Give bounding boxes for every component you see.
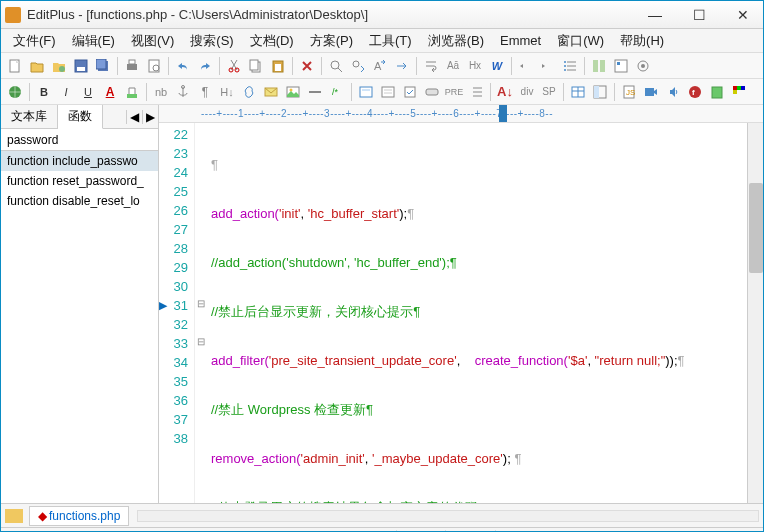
delete-icon[interactable]	[297, 56, 317, 76]
outdent-icon[interactable]	[538, 56, 558, 76]
list2-icon[interactable]	[466, 82, 486, 102]
underline-icon[interactable]: U	[78, 82, 98, 102]
svg-rect-13	[250, 60, 258, 70]
link-icon[interactable]	[239, 82, 259, 102]
char-case-icon[interactable]: Aā	[443, 56, 463, 76]
config-icon[interactable]	[611, 56, 631, 76]
tab-cliptext[interactable]: 文本库	[1, 105, 58, 128]
svg-rect-37	[382, 87, 394, 97]
italic-icon[interactable]: I	[56, 82, 76, 102]
open-icon[interactable]	[27, 56, 47, 76]
tab-nav-right[interactable]: ▶	[142, 110, 158, 124]
div-icon[interactable]: div	[517, 82, 537, 102]
bold-icon[interactable]: B	[34, 82, 54, 102]
function-item[interactable]: function reset_password_	[1, 171, 158, 191]
menu-window[interactable]: 窗口(W)	[549, 30, 612, 52]
new-file-icon[interactable]	[5, 56, 25, 76]
hr-icon[interactable]	[305, 82, 325, 102]
current-line-arrow: ▶	[159, 299, 167, 312]
svg-rect-38	[405, 87, 415, 97]
function-item[interactable]: function include_passwo	[1, 151, 158, 171]
nbsp-icon[interactable]: nb	[151, 82, 171, 102]
replace-icon[interactable]: A	[370, 56, 390, 76]
copy-icon[interactable]	[246, 56, 266, 76]
find-icon[interactable]	[326, 56, 346, 76]
pre-icon[interactable]: PRE	[444, 82, 464, 102]
function-search-input[interactable]	[1, 129, 158, 151]
tab-nav-left[interactable]: ◀	[126, 110, 142, 124]
font-icon[interactable]: A↓	[495, 82, 515, 102]
wordwrap-icon[interactable]	[421, 56, 441, 76]
heading-icon[interactable]: H↓	[217, 82, 237, 102]
browser-icon[interactable]: W	[487, 56, 507, 76]
save-icon[interactable]	[71, 56, 91, 76]
fold-toggle[interactable]: ⊟	[195, 332, 207, 351]
folder-icon[interactable]	[5, 509, 23, 523]
menu-help[interactable]: 帮助(H)	[612, 30, 672, 52]
fold-toggle[interactable]: ⊟	[195, 294, 207, 313]
image-icon[interactable]	[283, 82, 303, 102]
comment-icon[interactable]: /*	[327, 82, 347, 102]
highlight-icon[interactable]	[122, 82, 142, 102]
menu-browser[interactable]: 浏览器(B)	[420, 30, 492, 52]
print-preview-icon[interactable]	[144, 56, 164, 76]
audio-icon[interactable]	[663, 82, 683, 102]
menubar: 文件(F) 编辑(E) 视图(V) 搜索(S) 文档(D) 方案(P) 工具(T…	[1, 29, 763, 53]
code-area[interactable]: ¶ add_action('init', 'hc_buffer_start');…	[207, 123, 747, 503]
open-remote-icon[interactable]	[49, 56, 69, 76]
menu-project[interactable]: 方案(P)	[302, 30, 361, 52]
tab-functions[interactable]: 函数	[58, 105, 103, 129]
menu-document[interactable]: 文档(D)	[242, 30, 302, 52]
horizontal-scrollbar[interactable]	[137, 510, 759, 522]
span-icon[interactable]: SP	[539, 82, 559, 102]
modified-dot-icon: ◆	[38, 509, 47, 523]
form-icon[interactable]	[356, 82, 376, 102]
list-icon[interactable]	[560, 56, 580, 76]
file-tab-name: functions.php	[49, 509, 120, 523]
menu-view[interactable]: 视图(V)	[123, 30, 182, 52]
maximize-button[interactable]: ☐	[683, 5, 715, 25]
paragraph-icon[interactable]: ¶	[195, 82, 215, 102]
menu-edit[interactable]: 编辑(E)	[64, 30, 123, 52]
vertical-scrollbar[interactable]	[747, 123, 763, 503]
close-button[interactable]: ✕	[727, 5, 759, 25]
column-icon[interactable]	[589, 56, 609, 76]
undo-icon[interactable]	[173, 56, 193, 76]
scrollbar-thumb[interactable]	[749, 183, 763, 273]
menu-file[interactable]: 文件(F)	[5, 30, 64, 52]
paste-icon[interactable]	[268, 56, 288, 76]
checkbox-icon[interactable]	[400, 82, 420, 102]
menu-emmet[interactable]: Emmet	[492, 31, 549, 50]
toolbar-2: B I U A nb ¶ H↓ /* PRE A↓ div SP JS f	[1, 79, 763, 105]
textarea-icon[interactable]	[378, 82, 398, 102]
frame-icon[interactable]	[590, 82, 610, 102]
indent-icon[interactable]	[516, 56, 536, 76]
flash-icon[interactable]: f	[685, 82, 705, 102]
save-all-icon[interactable]	[93, 56, 113, 76]
video-icon[interactable]	[641, 82, 661, 102]
script-icon[interactable]: JS	[619, 82, 639, 102]
email-icon[interactable]	[261, 82, 281, 102]
palette-icon[interactable]	[729, 82, 749, 102]
button-icon[interactable]	[422, 82, 442, 102]
svg-rect-5	[96, 59, 106, 69]
menu-search[interactable]: 搜索(S)	[182, 30, 241, 52]
function-item[interactable]: function disable_reset_lo	[1, 191, 158, 211]
clipboard-icon[interactable]	[707, 82, 727, 102]
hex-icon[interactable]: Hx	[465, 56, 485, 76]
find-next-icon[interactable]	[348, 56, 368, 76]
goto-icon[interactable]	[392, 56, 412, 76]
table-icon[interactable]	[568, 82, 588, 102]
function-list: function include_passwo function reset_p…	[1, 151, 158, 503]
redo-icon[interactable]	[195, 56, 215, 76]
minimize-button[interactable]: —	[639, 5, 671, 25]
menu-tools[interactable]: 工具(T)	[361, 30, 420, 52]
svg-point-27	[641, 64, 645, 68]
print-icon[interactable]	[122, 56, 142, 76]
globe-icon[interactable]	[5, 82, 25, 102]
settings-icon[interactable]	[633, 56, 653, 76]
cut-icon[interactable]	[224, 56, 244, 76]
font-color-icon[interactable]: A	[100, 82, 120, 102]
file-tab[interactable]: ◆functions.php	[29, 506, 129, 526]
anchor-icon[interactable]	[173, 82, 193, 102]
